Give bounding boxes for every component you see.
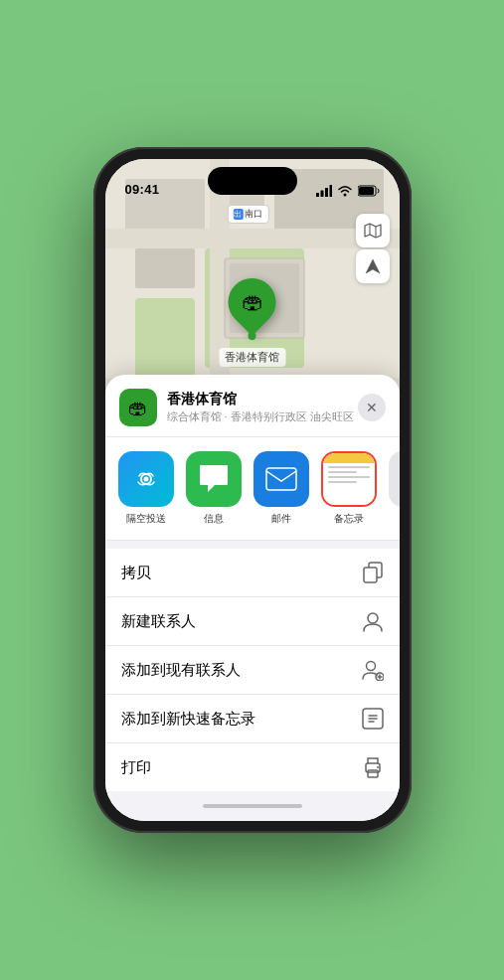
svg-rect-9 <box>135 248 195 288</box>
apps-row: 隔空投送 信息 <box>105 437 400 541</box>
phone-frame: 09:41 <box>93 147 412 833</box>
mail-icon <box>253 451 309 507</box>
mail-symbol <box>265 467 297 491</box>
location-pin: 🏟 香港体育馆 <box>219 278 285 367</box>
print-icon <box>362 756 384 778</box>
notes-line-2 <box>328 471 357 473</box>
copy-label: 拷贝 <box>121 564 151 582</box>
svg-rect-6 <box>359 187 374 195</box>
notes-line-3 <box>328 476 370 478</box>
svg-marker-19 <box>365 224 381 238</box>
location-arrow-icon <box>365 258 381 274</box>
pin-emoji: 🏟 <box>242 289 263 315</box>
app-item-mail[interactable]: 邮件 <box>251 451 312 526</box>
map-type-icon <box>364 222 382 240</box>
mail-label: 邮件 <box>271 512 291 526</box>
home-indicator <box>105 791 400 821</box>
svg-point-28 <box>368 613 378 623</box>
airdrop-symbol <box>131 464 161 494</box>
status-time: 09:41 <box>125 182 160 197</box>
action-add-existing[interactable]: 添加到现有联系人 <box>105 646 400 695</box>
svg-rect-2 <box>325 188 328 197</box>
wifi-icon <box>337 185 353 197</box>
copy-icon <box>362 562 384 583</box>
close-button[interactable]: ✕ <box>358 394 386 421</box>
action-add-notes[interactable]: 添加到新快速备忘录 <box>105 695 400 743</box>
svg-rect-1 <box>320 191 323 198</box>
app-item-notes[interactable]: 备忘录 <box>318 451 380 526</box>
add-notes-label: 添加到新快速备忘录 <box>121 710 255 729</box>
signal-icon <box>316 185 332 197</box>
messages-label: 信息 <box>204 512 224 526</box>
pin-label: 香港体育馆 <box>219 348 285 367</box>
svg-rect-25 <box>266 468 296 490</box>
svg-point-4 <box>343 194 346 197</box>
more-icon <box>389 451 400 507</box>
pin-circle: 🏟 <box>219 268 286 336</box>
dynamic-island <box>208 167 297 195</box>
status-icons <box>316 185 380 197</box>
home-bar <box>203 804 302 808</box>
venue-icon: 🏟 <box>119 389 157 426</box>
notes-line-4 <box>328 481 357 483</box>
svg-rect-38 <box>368 770 378 777</box>
location-button[interactable] <box>356 249 390 283</box>
action-new-contact[interactable]: 新建联系人 <box>105 597 400 646</box>
notes-top-bar <box>323 453 375 463</box>
svg-point-39 <box>377 766 379 768</box>
notes-label: 备忘录 <box>334 512 364 526</box>
svg-point-29 <box>366 662 375 671</box>
svg-marker-22 <box>366 259 380 273</box>
svg-rect-3 <box>329 185 332 197</box>
messages-icon <box>186 451 242 507</box>
action-list: 拷贝 新建联系人 添加到现有联系人 <box>105 549 400 791</box>
notes-icon <box>321 451 377 507</box>
airdrop-label: 隔空投送 <box>126 512 166 526</box>
map-controls[interactable] <box>356 214 390 283</box>
svg-rect-0 <box>316 193 319 197</box>
phone-screen: 09:41 <box>105 159 400 821</box>
venue-name: 香港体育馆 <box>167 391 358 408</box>
share-sheet: 🏟 香港体育馆 综合体育馆 · 香港特别行政区 油尖旺区 ✕ <box>105 375 400 821</box>
app-item-airdrop[interactable]: 隔空投送 <box>115 451 177 526</box>
notes-line-1 <box>328 466 370 468</box>
action-copy[interactable]: 拷贝 <box>105 549 400 597</box>
new-contact-label: 新建联系人 <box>121 612 196 631</box>
messages-symbol <box>198 464 230 494</box>
share-header: 🏟 香港体育馆 综合体育馆 · 香港特别行政区 油尖旺区 ✕ <box>105 375 400 437</box>
svg-rect-13 <box>135 298 195 378</box>
app-item-more[interactable]: 推 <box>386 451 400 526</box>
notes-inner <box>323 453 375 505</box>
add-existing-icon <box>362 659 384 681</box>
map-type-button[interactable] <box>356 214 390 247</box>
battery-icon <box>358 185 380 197</box>
print-label: 打印 <box>121 758 151 777</box>
svg-point-24 <box>143 477 148 482</box>
add-notes-icon <box>362 708 384 730</box>
airdrop-icon <box>118 451 174 507</box>
svg-rect-27 <box>364 568 377 582</box>
new-contact-icon <box>362 610 384 632</box>
action-print[interactable]: 打印 <box>105 743 400 791</box>
map-label: 南口 <box>227 205 268 224</box>
venue-info: 香港体育馆 综合体育馆 · 香港特别行政区 油尖旺区 <box>167 391 358 424</box>
app-item-messages[interactable]: 信息 <box>183 451 245 526</box>
venue-subtitle: 综合体育馆 · 香港特别行政区 油尖旺区 <box>167 409 358 424</box>
pin-dot <box>249 332 256 340</box>
add-existing-label: 添加到现有联系人 <box>121 661 241 680</box>
